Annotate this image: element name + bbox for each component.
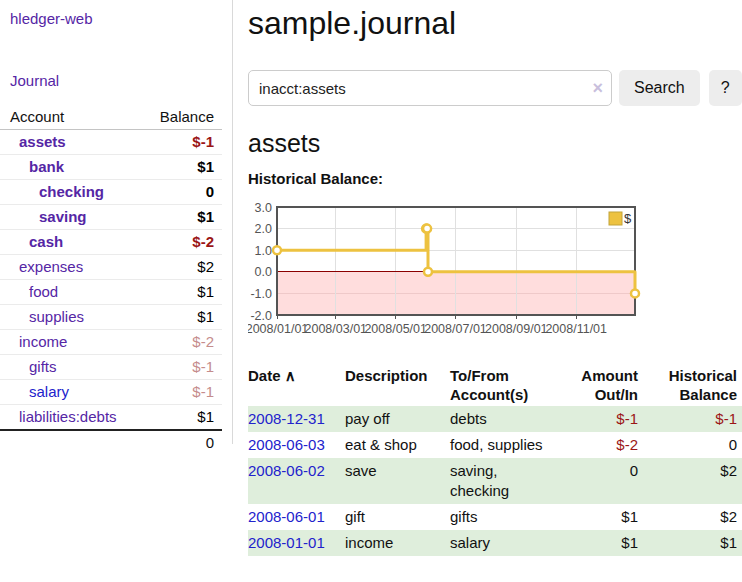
transaction-date-link[interactable]: 2008-06-01 bbox=[248, 504, 345, 530]
journal-nav-link[interactable]: Journal bbox=[10, 72, 59, 89]
search-input[interactable] bbox=[248, 70, 612, 106]
account-balance: $1 bbox=[197, 308, 214, 326]
transaction-accounts: salary bbox=[450, 530, 555, 556]
transaction-amount: 0 bbox=[555, 458, 643, 504]
svg-text:-1.0: -1.0 bbox=[250, 287, 272, 301]
account-link[interactable]: salary bbox=[29, 383, 69, 401]
account-row: income$-2 bbox=[0, 330, 222, 355]
register-table: Date ∧ Description To/From Account(s) Am… bbox=[248, 365, 742, 556]
account-row: salary$-1 bbox=[0, 380, 222, 405]
svg-text:2.0: 2.0 bbox=[255, 222, 272, 236]
register-header-row: Date ∧ Description To/From Account(s) Am… bbox=[248, 365, 742, 406]
transaction-date-link[interactable]: 2008-06-03 bbox=[248, 432, 345, 458]
account-link[interactable]: expenses bbox=[19, 258, 83, 276]
svg-text:2008/01/01: 2008/01/01 bbox=[248, 322, 308, 336]
transaction-description: eat & shop bbox=[345, 432, 450, 458]
account-row: bank$1 bbox=[0, 155, 222, 180]
sidebar: hledger-web Journal Account Balance asse… bbox=[0, 0, 233, 444]
column-header-accounts: To/From Account(s) bbox=[450, 365, 555, 406]
transaction-row: 2008-06-03eat & shopfood, supplies$-20 bbox=[248, 432, 742, 458]
svg-text:-2.0: -2.0 bbox=[250, 309, 272, 323]
accounts-rows: assets$-1bank$1checking0saving$1cash$-2e… bbox=[0, 130, 222, 429]
account-row: cash$-2 bbox=[0, 230, 222, 255]
transaction-amount: $-2 bbox=[555, 432, 643, 458]
account-link[interactable]: bank bbox=[29, 158, 64, 176]
transaction-balance: $-1 bbox=[643, 406, 742, 432]
svg-text:2008/09/01: 2008/09/01 bbox=[485, 322, 548, 336]
svg-text:0.0: 0.0 bbox=[255, 265, 272, 279]
transaction-row: 2008-06-01giftgifts$1$2 bbox=[248, 504, 742, 530]
transaction-accounts: debts bbox=[450, 406, 555, 432]
transaction-date-link[interactable]: 2008-01-01 bbox=[248, 530, 345, 556]
account-link[interactable]: liabilities:debts bbox=[19, 408, 117, 426]
transaction-row: 2008-12-31pay offdebts$-1$-1 bbox=[248, 406, 742, 432]
column-header-balance: Historical Balance bbox=[643, 365, 742, 406]
chart-legend-label: $ bbox=[624, 211, 632, 226]
account-link[interactable]: cash bbox=[29, 233, 63, 251]
account-balance: $1 bbox=[197, 158, 214, 176]
accounts-balance-table: Account Balance assets$-1bank$1checking0… bbox=[0, 105, 222, 455]
accounts-header-label: Account bbox=[10, 108, 64, 126]
transaction-row: 2008-01-01incomesalary$1$1 bbox=[248, 530, 742, 556]
transaction-description: pay off bbox=[345, 406, 450, 432]
account-row: supplies$1 bbox=[0, 305, 222, 330]
transaction-balance: $2 bbox=[643, 458, 742, 504]
svg-text:2008/05/01: 2008/05/01 bbox=[364, 322, 427, 336]
account-link[interactable]: checking bbox=[39, 183, 104, 201]
transaction-amount: $1 bbox=[555, 530, 643, 556]
transaction-date-link[interactable]: 2008-12-31 bbox=[248, 406, 345, 432]
column-header-amount: Amount Out/In bbox=[555, 365, 643, 406]
account-balance: $1 bbox=[197, 208, 214, 226]
svg-text:2008/11/01: 2008/11/01 bbox=[545, 322, 607, 336]
account-link[interactable]: income bbox=[19, 333, 67, 351]
account-balance: $-2 bbox=[192, 333, 214, 351]
transaction-description: gift bbox=[345, 504, 450, 530]
chart-title: Historical Balance: bbox=[248, 170, 742, 188]
app-brand-link[interactable]: hledger-web bbox=[10, 10, 232, 27]
svg-text:1.0: 1.0 bbox=[255, 244, 272, 258]
historical-balance-chart: $3.02.01.00.0-1.0-2.02008/01/012008/03/0… bbox=[248, 200, 742, 345]
transaction-date-link[interactable]: 2008-06-02 bbox=[248, 458, 345, 504]
account-link[interactable]: food bbox=[29, 283, 58, 301]
account-balance: 0 bbox=[206, 183, 214, 201]
account-balance: $1 bbox=[197, 408, 214, 426]
main-content: sample.journal × Search ? assets Histori… bbox=[248, 0, 742, 556]
accounts-total-value: 0 bbox=[206, 434, 214, 452]
account-balance: $-2 bbox=[192, 233, 214, 251]
transaction-balance: $2 bbox=[643, 504, 742, 530]
svg-text:3.0: 3.0 bbox=[255, 201, 272, 215]
transaction-balance: $1 bbox=[643, 530, 742, 556]
balance-header-label: Balance bbox=[160, 108, 214, 126]
accounts-total-row: 0 bbox=[0, 429, 222, 455]
account-link[interactable]: assets bbox=[19, 133, 66, 151]
transaction-amount: $1 bbox=[555, 504, 643, 530]
account-heading: assets bbox=[248, 128, 742, 158]
transaction-description: income bbox=[345, 530, 450, 556]
account-balance: $-1 bbox=[192, 358, 214, 376]
search-button[interactable]: Search bbox=[619, 70, 700, 106]
transaction-accounts: food, supplies bbox=[450, 432, 555, 458]
account-link[interactable]: saving bbox=[39, 208, 87, 226]
account-balance: $-1 bbox=[192, 133, 214, 151]
column-header-date[interactable]: Date ∧ bbox=[248, 365, 345, 406]
account-balance: $-1 bbox=[192, 383, 214, 401]
account-row: gifts$-1 bbox=[0, 355, 222, 380]
account-row: expenses$2 bbox=[0, 255, 222, 280]
help-button[interactable]: ? bbox=[709, 70, 742, 106]
account-row: saving$1 bbox=[0, 205, 222, 230]
account-row: assets$-1 bbox=[0, 130, 222, 155]
column-header-description: Description bbox=[345, 365, 450, 406]
page-title: sample.journal bbox=[248, 4, 742, 42]
accounts-table-header: Account Balance bbox=[0, 105, 222, 130]
chart-svg: $3.02.01.00.0-1.0-2.02008/01/012008/03/0… bbox=[248, 200, 742, 342]
clear-search-icon[interactable]: × bbox=[592, 79, 603, 97]
sort-ascending-icon: ∧ bbox=[285, 367, 296, 384]
account-row: checking0 bbox=[0, 180, 222, 205]
svg-text:2008/07/01: 2008/07/01 bbox=[424, 322, 487, 336]
account-link[interactable]: supplies bbox=[29, 308, 84, 326]
account-link[interactable]: gifts bbox=[29, 358, 57, 376]
account-balance: $2 bbox=[197, 258, 214, 276]
transaction-accounts: saving, checking bbox=[450, 458, 555, 504]
transaction-row: 2008-06-02savesaving, checking0$2 bbox=[248, 458, 742, 504]
account-balance: $1 bbox=[197, 283, 214, 301]
